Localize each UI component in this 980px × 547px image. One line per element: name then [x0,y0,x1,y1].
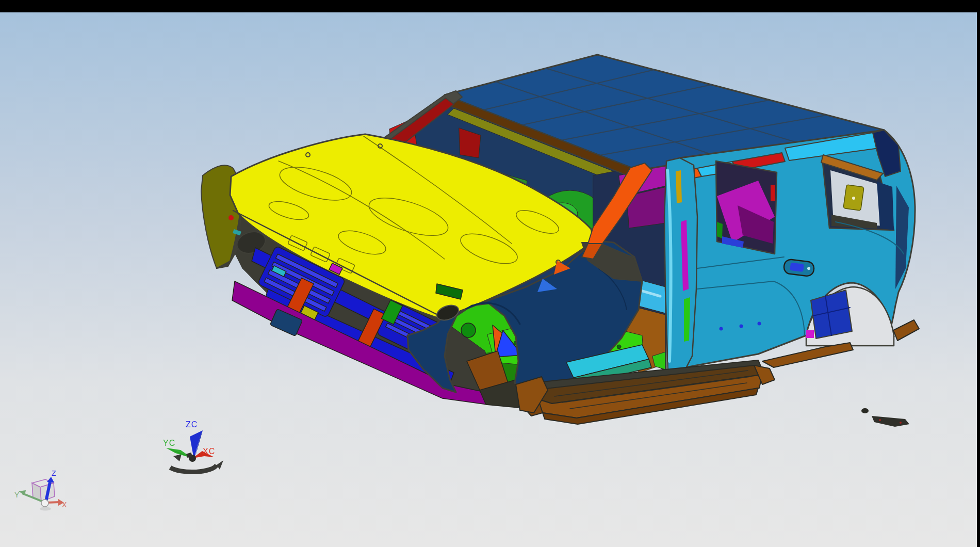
view-orientation-gizmo[interactable]: Z Y X [14,469,67,511]
car-model[interactable] [201,55,919,424]
wcs-triad[interactable]: ZC YC XC [163,420,223,472]
wcs-xc-label: XC [203,447,215,456]
wcs-zc-label: ZC [186,420,198,429]
gizmo-y-label: Y [14,491,20,499]
rear-body-side[interactable] [668,130,915,367]
gizmo-x-label: X [62,501,67,509]
viewport-canvas[interactable]: ZC YC XC Z Y X [0,12,980,547]
b-pillar[interactable] [664,158,697,380]
cad-application-window: ZC YC XC Z Y X [0,0,980,547]
loose-fragments[interactable] [861,408,909,427]
top-frame-bar [0,0,980,12]
wcs-yc-label: YC [163,439,175,447]
gizmo-z-label: Z [52,469,56,477]
